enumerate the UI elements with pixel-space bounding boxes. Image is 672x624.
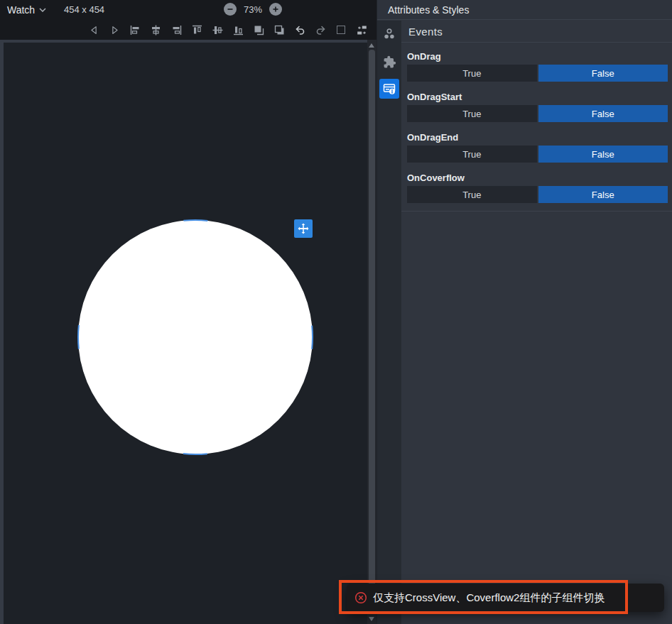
zoom-controls: 73% xyxy=(224,3,282,16)
selection-rect-icon[interactable] xyxy=(335,23,347,36)
event-label: OnDragStart xyxy=(407,92,668,102)
ondragend-true-button[interactable]: True xyxy=(407,146,537,163)
ondrag-false-button[interactable]: False xyxy=(538,65,668,82)
puzzle-icon[interactable] xyxy=(381,54,397,70)
oncoverflow-false-button[interactable]: False xyxy=(538,186,668,203)
device-dropdown-label: Watch xyxy=(7,4,35,16)
app-window: Watch 454 x 454 73% xyxy=(0,0,672,624)
zoom-out-icon[interactable] xyxy=(224,3,237,16)
device-dropdown[interactable]: Watch xyxy=(7,3,46,17)
play-icon[interactable] xyxy=(108,23,121,36)
zoom-level: 73% xyxy=(244,4,262,15)
error-toast: 仅支持CrossView、Coverflow2组件的子组件切换 xyxy=(347,584,664,612)
ondragend-false-button[interactable]: False xyxy=(538,146,668,163)
ondragstart-true-button[interactable]: True xyxy=(407,105,537,122)
event-label: OnDragEnd xyxy=(407,132,668,143)
align-center-horizontal-icon[interactable] xyxy=(149,23,162,36)
chevron-down-icon xyxy=(39,8,46,12)
topbar: Watch 454 x 454 73% xyxy=(0,0,376,20)
panel-title: Attributes & Styles xyxy=(388,4,469,16)
events-panel: Events OnDrag True False OnDragStart Tru… xyxy=(401,21,672,624)
events-section-header: Events xyxy=(401,21,672,43)
panel-icon-strip xyxy=(377,21,401,624)
send-backward-icon[interactable] xyxy=(273,23,286,36)
ondrag-true-button[interactable]: True xyxy=(407,65,537,82)
ondragstart-false-button[interactable]: False xyxy=(538,105,668,122)
event-row-ondragend: OnDragEnd True False xyxy=(407,132,668,163)
align-right-icon[interactable] xyxy=(170,23,183,36)
scroll-up-icon[interactable] xyxy=(369,43,374,48)
error-circle-x-icon xyxy=(354,591,367,604)
zoom-in-icon[interactable] xyxy=(269,3,282,16)
move-handle[interactable] xyxy=(294,219,313,238)
scrollbar-thumb[interactable] xyxy=(369,50,375,612)
section-divider xyxy=(401,203,672,212)
hierarchy-icon[interactable] xyxy=(381,26,397,42)
event-label: OnCoverflow xyxy=(407,173,668,183)
bring-forward-icon[interactable] xyxy=(252,23,265,36)
design-canvas[interactable] xyxy=(0,40,367,624)
watch-face-circle[interactable] xyxy=(76,218,315,456)
error-toast-message: 仅支持CrossView、Coverflow2组件的子组件切换 xyxy=(373,591,605,605)
align-left-icon[interactable] xyxy=(129,23,141,36)
panel-header: Attributes & Styles xyxy=(377,0,672,20)
component-info-icon[interactable] xyxy=(379,79,399,99)
event-row-oncoverflow: OnCoverflow True False xyxy=(407,173,668,203)
previous-icon[interactable] xyxy=(87,23,100,36)
oncoverflow-true-button[interactable]: True xyxy=(407,186,537,203)
event-row-ondragstart: OnDragStart True False xyxy=(407,92,668,122)
redo-icon[interactable] xyxy=(314,23,327,36)
event-label: OnDrag xyxy=(407,51,668,62)
attributes-panel: Attributes & Styles xyxy=(376,0,672,624)
scroll-down-icon[interactable] xyxy=(369,617,374,621)
canvas-size-label: 454 x 454 xyxy=(64,4,104,15)
event-row-ondrag: OnDrag True False xyxy=(407,51,668,82)
align-bottom-icon[interactable] xyxy=(232,23,244,36)
toolbar xyxy=(0,20,376,40)
events-section-title: Events xyxy=(408,26,443,38)
move-icon xyxy=(297,222,310,235)
align-top-icon[interactable] xyxy=(190,23,203,36)
canvas-scrollbar[interactable] xyxy=(367,40,376,624)
align-middle-vertical-icon[interactable] xyxy=(211,23,224,36)
undo-icon[interactable] xyxy=(293,23,306,36)
swap-component-icon[interactable] xyxy=(355,23,368,36)
